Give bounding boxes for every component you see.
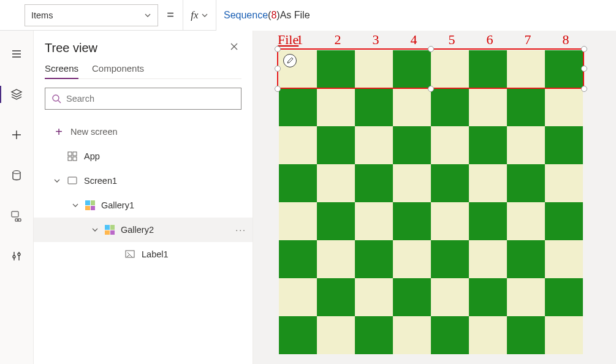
board-square: [469, 202, 507, 240]
gallery-icon: [105, 225, 115, 235]
board-square: [393, 202, 431, 240]
rail-media[interactable]: [2, 203, 31, 228]
board-square: [317, 50, 355, 88]
tree-item-gallery2[interactable]: Gallery2 ···: [34, 218, 253, 242]
database-icon: [10, 169, 23, 181]
selection-handle[interactable]: [275, 46, 281, 52]
board-square: [393, 50, 431, 88]
hamburger-icon: [10, 48, 23, 60]
new-screen-button[interactable]: + New screen: [45, 119, 241, 144]
rail-data[interactable]: [2, 163, 31, 188]
tree-item-label1[interactable]: Label1: [45, 242, 241, 267]
board-square: [507, 278, 545, 316]
selection-handle[interactable]: [428, 46, 434, 52]
screen-icon: [67, 175, 78, 186]
tree-item-label: App: [84, 151, 100, 161]
media-icon: [10, 210, 23, 222]
tools-icon: [10, 250, 23, 262]
tree-item-more-button[interactable]: ···: [235, 225, 246, 235]
board-square: [545, 278, 583, 316]
selection-handle[interactable]: [581, 66, 587, 72]
formula-token: Sequence: [224, 10, 268, 21]
board-square: [507, 240, 545, 278]
board-square: [279, 202, 317, 240]
fx-dropdown[interactable]: fx: [183, 0, 216, 31]
selection-handle[interactable]: [275, 86, 281, 92]
svg-point-0: [13, 171, 20, 174]
board-square: [279, 88, 317, 126]
formula-token: 8: [271, 10, 276, 21]
tree-item-label: Screen1: [84, 176, 117, 186]
board-square: [545, 88, 583, 126]
board-square: [431, 88, 469, 126]
panel-close-button[interactable]: [227, 39, 241, 57]
search-input[interactable]: [66, 94, 235, 104]
property-dropdown[interactable]: Items: [25, 4, 158, 26]
board-square: [355, 240, 393, 278]
board-square: [545, 202, 583, 240]
board-square: [469, 126, 507, 164]
svg-point-2: [53, 95, 59, 101]
panel-title: Tree view: [45, 41, 97, 55]
rail-insert[interactable]: [2, 123, 31, 147]
equals-label: =: [158, 8, 183, 22]
board-square: [469, 316, 507, 354]
rail-tools[interactable]: [2, 244, 31, 268]
formula-bar: Items = fx Sequence(8) As File: [0, 0, 616, 31]
formula-token: As File: [280, 10, 310, 21]
board-square: [431, 202, 469, 240]
board-square: [431, 50, 469, 88]
tree-item-gallery1[interactable]: Gallery1: [45, 193, 241, 218]
rail-hamburger[interactable]: [2, 42, 31, 66]
board-square: [507, 50, 545, 88]
tree-view-panel: Tree view Screens Components + New scree…: [34, 31, 253, 364]
rail-tree-view[interactable]: [2, 82, 31, 107]
board-square: [317, 278, 355, 316]
tree-item-label: Label1: [142, 249, 169, 259]
board-square: [279, 278, 317, 316]
svg-rect-3: [68, 152, 72, 156]
close-icon: [229, 42, 239, 51]
board-square: [393, 126, 431, 164]
tab-components[interactable]: Components: [92, 63, 144, 78]
new-screen-label: New screen: [70, 127, 118, 137]
tree-item-app[interactable]: App: [45, 144, 241, 169]
board-square: [545, 50, 583, 88]
board-square: [355, 164, 393, 202]
formula-input[interactable]: Sequence(8) As File: [216, 0, 616, 31]
board-square: [279, 316, 317, 354]
selection-handle[interactable]: [581, 86, 587, 92]
tab-screens[interactable]: Screens: [45, 63, 78, 78]
board-square: [469, 240, 507, 278]
svg-rect-6: [73, 157, 77, 161]
board-square: [507, 88, 545, 126]
board-square: [355, 88, 393, 126]
selection-handle[interactable]: [275, 66, 281, 72]
board-square: [317, 316, 355, 354]
chevron-down-icon: [72, 202, 79, 209]
board-square: [393, 240, 431, 278]
board-square: [469, 278, 507, 316]
gallery-icon: [85, 200, 95, 210]
board-square: [393, 164, 431, 202]
plus-icon: [10, 129, 23, 141]
board-square: [507, 316, 545, 354]
board-square: [507, 202, 545, 240]
selection-handle[interactable]: [581, 46, 587, 52]
board-square: [431, 316, 469, 354]
board-square: [317, 164, 355, 202]
left-rail: [0, 31, 34, 364]
edit-template-button[interactable]: [283, 54, 297, 67]
label-icon: [124, 249, 135, 260]
chevron-down-icon: [53, 177, 61, 184]
svg-rect-7: [68, 177, 77, 184]
tree-item-screen1[interactable]: Screen1: [45, 169, 241, 193]
board-square: [317, 240, 355, 278]
search-box[interactable]: [45, 88, 241, 110]
selection-handle[interactable]: [428, 86, 434, 92]
board-square: [393, 278, 431, 316]
chessboard: [279, 50, 583, 354]
svg-rect-5: [68, 157, 72, 161]
board-square: [431, 240, 469, 278]
board-square: [355, 126, 393, 164]
